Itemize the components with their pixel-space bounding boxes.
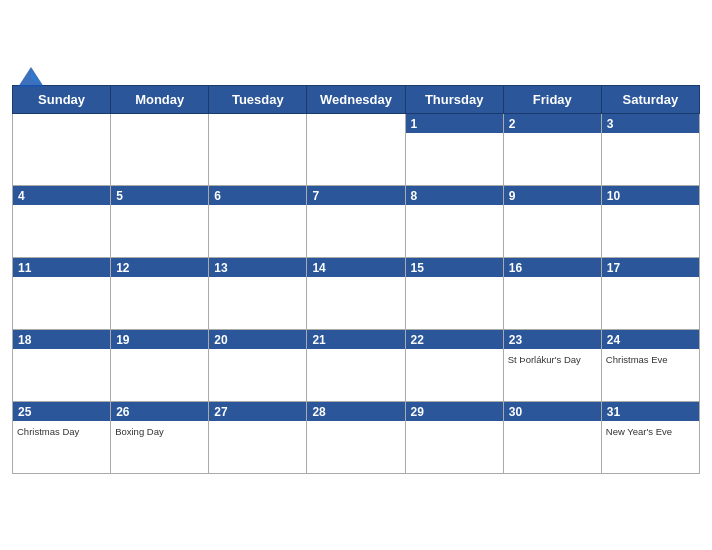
calendar-cell: 27	[209, 401, 307, 473]
calendar-cell	[111, 113, 209, 185]
calendar-cell	[209, 113, 307, 185]
weekday-header: Friday	[503, 85, 601, 113]
day-number: 24	[607, 333, 694, 347]
calendar-cell: 13	[209, 257, 307, 329]
calendar-cell: 23St Þorlákur's Day	[503, 329, 601, 401]
day-number: 25	[18, 405, 105, 419]
event-label: New Year's Eve	[606, 426, 695, 437]
day-number: 22	[411, 333, 498, 347]
day-number: 1	[411, 117, 498, 131]
day-number: 4	[18, 189, 105, 203]
day-number: 21	[312, 333, 399, 347]
day-number: 5	[116, 189, 203, 203]
day-number: 9	[509, 189, 596, 203]
calendar-cell: 19	[111, 329, 209, 401]
calendar-cell: 2	[503, 113, 601, 185]
day-number: 20	[214, 333, 301, 347]
day-number: 16	[509, 261, 596, 275]
day-number: 31	[607, 405, 694, 419]
weekday-header: Thursday	[405, 85, 503, 113]
week-row: 181920212223St Þorlákur's Day24Christmas…	[13, 329, 700, 401]
day-number: 13	[214, 261, 301, 275]
calendar-cell: 25Christmas Day	[13, 401, 111, 473]
calendar-cell: 5	[111, 185, 209, 257]
calendar-cell	[13, 113, 111, 185]
day-number: 29	[411, 405, 498, 419]
calendar-cell: 16	[503, 257, 601, 329]
calendar-cell: 20	[209, 329, 307, 401]
day-number: 6	[214, 189, 301, 203]
day-number: 17	[607, 261, 694, 275]
day-number: 7	[312, 189, 399, 203]
day-number: 19	[116, 333, 203, 347]
calendar-cell: 9	[503, 185, 601, 257]
day-number: 23	[509, 333, 596, 347]
day-number: 15	[411, 261, 498, 275]
event-label: Christmas Eve	[606, 354, 695, 365]
calendar-cell: 10	[601, 185, 699, 257]
calendar-cell: 26Boxing Day	[111, 401, 209, 473]
day-number: 10	[607, 189, 694, 203]
day-number: 2	[509, 117, 596, 131]
calendar-cell: 7	[307, 185, 405, 257]
calendar-cell: 4	[13, 185, 111, 257]
weekday-header: Monday	[111, 85, 209, 113]
calendar-cell	[307, 113, 405, 185]
calendar-cell: 18	[13, 329, 111, 401]
day-number: 26	[116, 405, 203, 419]
calendar-cell: 14	[307, 257, 405, 329]
week-row: 123	[13, 113, 700, 185]
weekday-header: Wednesday	[307, 85, 405, 113]
calendar-cell: 12	[111, 257, 209, 329]
calendar-cell: 6	[209, 185, 307, 257]
calendar-cell: 29	[405, 401, 503, 473]
day-number: 30	[509, 405, 596, 419]
event-label: St Þorlákur's Day	[508, 354, 597, 365]
weekday-header-row: SundayMondayTuesdayWednesdayThursdayFrid…	[13, 85, 700, 113]
calendar-cell: 24Christmas Eve	[601, 329, 699, 401]
week-row: 45678910	[13, 185, 700, 257]
calendar-cell: 11	[13, 257, 111, 329]
day-number: 3	[607, 117, 694, 131]
calendar-header	[12, 75, 700, 81]
calendar-cell: 3	[601, 113, 699, 185]
weekday-header: Saturday	[601, 85, 699, 113]
calendar-cell: 17	[601, 257, 699, 329]
calendar-cell: 30	[503, 401, 601, 473]
calendar-cell: 1	[405, 113, 503, 185]
week-row: 25Christmas Day26Boxing Day2728293031New…	[13, 401, 700, 473]
logo	[12, 63, 46, 95]
weekday-header: Tuesday	[209, 85, 307, 113]
day-number: 12	[116, 261, 203, 275]
calendar-cell: 8	[405, 185, 503, 257]
logo-bird-icon	[16, 65, 46, 95]
calendar-cell: 22	[405, 329, 503, 401]
day-number: 8	[411, 189, 498, 203]
calendar-cell: 21	[307, 329, 405, 401]
day-number: 11	[18, 261, 105, 275]
event-label: Boxing Day	[115, 426, 204, 437]
day-number: 27	[214, 405, 301, 419]
day-number: 18	[18, 333, 105, 347]
event-label: Christmas Day	[17, 426, 106, 437]
calendar-cell: 15	[405, 257, 503, 329]
week-row: 11121314151617	[13, 257, 700, 329]
calendar-table: SundayMondayTuesdayWednesdayThursdayFrid…	[12, 85, 700, 474]
day-number: 28	[312, 405, 399, 419]
day-number: 14	[312, 261, 399, 275]
calendar-wrapper: SundayMondayTuesdayWednesdayThursdayFrid…	[0, 65, 712, 486]
calendar-cell: 28	[307, 401, 405, 473]
calendar-cell: 31New Year's Eve	[601, 401, 699, 473]
